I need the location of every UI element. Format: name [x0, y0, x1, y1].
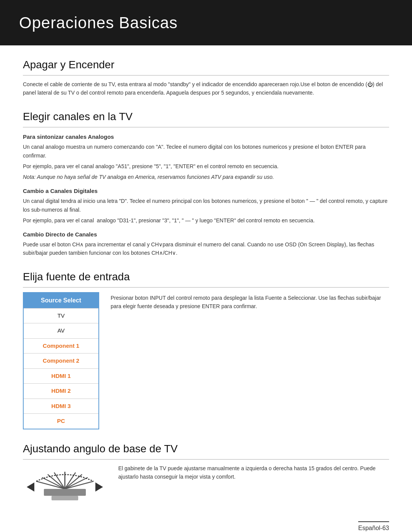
source-menu-hdmi3[interactable]: HDMI 3 [24, 399, 98, 414]
subsection-analogos-title: Para sintonizar canales Analogos [23, 133, 389, 141]
page-number-line [358, 521, 389, 522]
svg-marker-0 [27, 482, 34, 492]
section-ajustando: Ajustando angulo de base de TV [23, 441, 389, 510]
section-ajustando-title: Ajustando angulo de base de TV [23, 441, 389, 460]
subsection-digitales-body1: Un canal digital tendra al inicio una le… [23, 197, 389, 214]
stand-section-content: El gabinete de la TV puede ajustarse man… [23, 464, 389, 510]
source-menu-component2[interactable]: Component 2 [24, 354, 98, 369]
subsection-analogos-body2: Por ejemplo, para ver el canal analogo "… [23, 162, 389, 170]
source-menu-header: Source Select [24, 293, 98, 309]
content-area: Apagar y Encender Conecte el cable de co… [0, 57, 412, 532]
source-menu-hdmi2[interactable]: HDMI 2 [24, 384, 98, 399]
section-elegir-title: Elegir canales en la TV [23, 109, 389, 127]
svg-rect-12 [52, 496, 78, 500]
subsection-directo-title: Cambio Directo de Canales [23, 230, 389, 239]
source-description: Presionar boton INPUT del control remoto… [111, 292, 389, 311]
section-apagar: Apagar y Encender Conecte el cable de co… [23, 57, 389, 97]
subsection-digitales-body2: Por ejemplo, para ver el canal analogo "… [23, 216, 389, 225]
source-menu-hdmi1[interactable]: HDMI 1 [24, 369, 98, 384]
section-elegir: Elegir canales en la TV Para sintonizar … [23, 109, 389, 257]
subsection-directo-body1: Puede usar el boton CH∧ para incrementar… [23, 240, 389, 257]
section-apagar-title: Apagar y Encender [23, 57, 389, 76]
source-menu-tv[interactable]: TV [24, 309, 98, 324]
page-number-text: Español-63 [358, 525, 389, 531]
stand-illustration [23, 464, 107, 510]
section-elija-title: Elija fuente de entrada [23, 269, 389, 288]
subsection-digitales-title: Cambio a Canales Digitales [23, 187, 389, 196]
source-section-content: Source Select TV AV Component 1 Componen… [23, 292, 389, 429]
source-menu-pc[interactable]: PC [24, 414, 98, 429]
subsection-analogos-body1: Un canal analogo muestra un numero comen… [23, 143, 389, 160]
svg-marker-1 [95, 482, 103, 492]
svg-rect-11 [44, 489, 86, 496]
section-elija: Elija fuente de entrada Source Select TV… [23, 269, 389, 429]
stand-description: El gabinete de la TV puede ajustarse man… [118, 464, 389, 481]
subsection-analogos-nota: Nota: Aunque no haya señal de TV analoga… [23, 173, 389, 181]
source-menu-av[interactable]: AV [24, 323, 98, 339]
source-menu: Source Select TV AV Component 1 Componen… [23, 292, 99, 429]
source-menu-component1[interactable]: Component 1 [24, 339, 98, 354]
page-header: Operaciones Basicas [0, 0, 412, 45]
section-apagar-body: Conecte el cable de corriente de su TV, … [23, 80, 389, 97]
page-number-container: Español-63 [358, 521, 389, 532]
page-title: Operaciones Basicas [19, 11, 393, 35]
